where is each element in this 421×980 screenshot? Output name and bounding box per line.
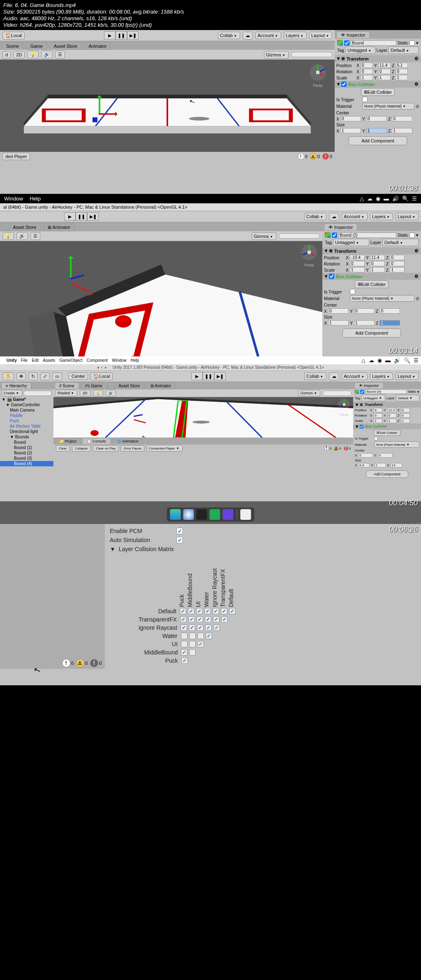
istrigger-checkbox[interactable] [362,97,368,102]
cen-x[interactable] [340,116,361,121]
layer-collision-matrix-header[interactable]: ▼ Layer Collision Matrix [110,545,416,554]
scene-gizmo[interactable]: y z x Persp [308,63,327,88]
search-icon[interactable]: 🔍 [402,196,409,202]
matrix-checkbox[interactable]: ✓ [205,616,211,623]
account-dropdown[interactable]: Account [342,213,368,220]
pause-button[interactable]: ❚❚ [116,31,127,40]
local-toggle[interactable]: 🏠 Local [90,372,113,380]
pos-x[interactable] [350,255,365,260]
clear-button[interactable]: Clear [56,445,69,452]
menu-unity[interactable]: Unity [7,358,17,363]
tab-game[interactable]: Game [26,42,47,50]
layout-dropdown[interactable]: Layout [396,213,419,220]
center-toggle[interactable]: Center [69,372,88,380]
wifi-icon[interactable]: ◉ [376,196,380,202]
hier-gc[interactable]: ▼ GameController [0,402,53,407]
cloud-icon[interactable]: ☁ [369,357,374,363]
mac-dock[interactable] [167,507,254,521]
scene-view[interactable]: Persp ↖ [53,397,353,438]
tab-scene[interactable]: # Scene [55,382,79,389]
trash-icon[interactable] [241,509,251,520]
matrix-checkbox[interactable]: ✓ [181,657,188,664]
menu-help[interactable]: Help [30,196,41,202]
rot-x[interactable] [361,69,373,74]
cloud-button[interactable]: ☁ [243,32,253,40]
siz-x[interactable] [328,320,349,326]
cloud-button[interactable]: ☁ [329,372,339,380]
hier-table[interactable]: Air Hockey Table [0,424,53,429]
scl-z[interactable] [390,267,405,272]
active-checkbox[interactable] [332,233,337,238]
drive-icon[interactable]: △ [361,357,365,363]
play-button[interactable]: ▶ [191,372,203,380]
boxcollider-header[interactable]: Box Collider [353,424,421,429]
tab-animator[interactable]: ⊞ Animator [43,223,75,231]
battery-icon[interactable]: ▬ [384,196,389,202]
layer-dropdown[interactable]: Default [389,47,419,54]
hier-search[interactable] [23,391,52,396]
tab-inspector[interactable]: 👁 Inspector [324,223,357,231]
app-icon[interactable] [210,509,220,520]
menu-help[interactable]: Help [131,358,139,363]
drive-icon[interactable]: △ [360,196,364,202]
siz-z[interactable] [392,128,412,133]
cen-z[interactable] [379,308,400,314]
tab-scene[interactable]: Scene [2,42,23,49]
rot-z[interactable] [396,69,408,74]
hier-bound1[interactable]: Bound (1) [0,445,53,450]
scene-view[interactable]: ☀ y z x Persp [0,60,335,152]
pause-button[interactable]: ❚❚ [203,372,214,380]
fx-toggle[interactable]: ☰ [55,51,65,58]
physmat-dropdown[interactable]: None (Physic Material) [350,295,414,302]
cen-x[interactable] [328,308,349,314]
object-name[interactable] [351,40,396,46]
siz-z[interactable] [379,320,400,326]
menu-icon[interactable]: ☰ [412,196,417,202]
matrix-checkbox[interactable]: ✓ [229,608,236,615]
tab-animation[interactable]: 💠 Animation [112,438,143,445]
tab-console[interactable]: 📋 Console [82,438,111,445]
matrix-checkbox[interactable] [189,649,196,656]
rotate-tool[interactable]: ↻ [28,372,38,380]
hier-bound4[interactable]: Bound (4) [0,461,53,466]
matrix-checkbox[interactable]: ✓ [213,624,220,631]
matrix-checkbox[interactable]: ✓ [221,608,227,615]
step-button[interactable]: ▶❚ [87,212,99,221]
matrix-checkbox[interactable]: ✓ [221,616,228,623]
hand-tool[interactable]: ✋ [2,372,14,380]
transform-header[interactable]: ⊕ Transform⚙ [322,247,421,254]
play-button[interactable]: ▶ [104,31,116,40]
clearonplay-toggle[interactable]: Clear on Play [93,445,118,452]
light-toggle[interactable]: 💡 [2,232,14,240]
hier-camera[interactable]: Main Camera [0,407,53,413]
pos-x[interactable] [361,63,373,68]
scene-gizmo[interactable]: Persp [300,243,318,267]
hier-paddle[interactable]: Paddle [0,413,53,418]
add-component-button[interactable]: Add Component [349,136,407,145]
search-field[interactable] [323,391,352,396]
twod-toggle[interactable]: d [2,51,11,58]
move-tool[interactable]: ✥ [16,372,26,380]
add-component-button[interactable]: Add Component [342,328,401,338]
scl-z[interactable] [396,75,408,80]
step-button[interactable]: ▶❚ [127,31,139,40]
matrix-checkbox[interactable]: ✓ [197,616,203,623]
static-checkbox[interactable] [409,233,415,238]
matrix-checkbox[interactable] [189,641,196,647]
add-component-button[interactable]: Add Component [366,470,408,478]
rot-x[interactable] [350,261,365,266]
layers-dropdown[interactable]: Layers [284,32,307,39]
play-button[interactable]: ▶ [64,212,76,221]
matrix-checkbox[interactable] [197,633,204,639]
scl-y[interactable] [378,75,391,80]
scl-y[interactable] [370,267,385,272]
layers-dropdown[interactable]: Layers [370,213,393,220]
light-toggle[interactable]: 💡 [27,51,39,58]
account-dropdown[interactable]: Account [255,32,281,39]
cen-z[interactable] [392,116,412,121]
hier-bound2[interactable]: Bound (2) [0,450,53,456]
gizmos-dropdown[interactable]: Gizmos [264,51,289,58]
menu-assets[interactable]: Assets [43,358,55,363]
pos-y[interactable] [378,63,391,68]
matrix-checkbox[interactable]: ✓ [205,624,212,631]
